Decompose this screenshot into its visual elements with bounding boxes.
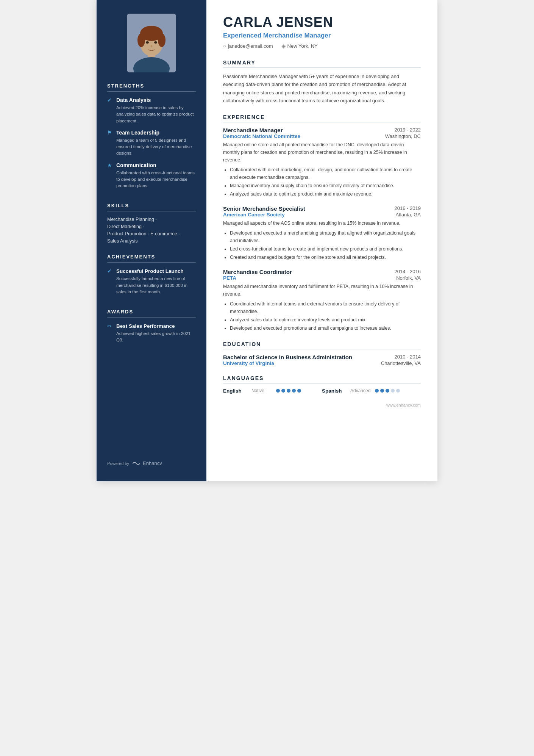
language-english: English Native xyxy=(223,388,322,394)
bullet-3-2: Analyzed sales data to optimize inventor… xyxy=(230,316,421,324)
exp-desc-1: Managed online store and all printed mer… xyxy=(223,141,421,164)
exp-dates-3: 2014 - 2016 xyxy=(395,269,421,274)
svg-point-5 xyxy=(137,33,145,47)
strengths-section: STRENGTHS ✔ Data Analysis Achieved 20% i… xyxy=(97,83,206,203)
education-entry-1: Bachelor of Science in Business Administ… xyxy=(223,354,421,366)
dot-e1 xyxy=(276,389,280,393)
lang-level-spanish: Advanced xyxy=(350,388,371,393)
education-section: EDUCATION Bachelor of Science in Busines… xyxy=(223,341,421,366)
experience-section: EXPERIENCE Merchandise Manager 2019 - 20… xyxy=(223,114,421,332)
edu-location-1: Charlottesville, VA xyxy=(381,360,421,366)
location-text: New York, NY xyxy=(287,43,318,49)
exp-desc-2: Managed all aspects of the ACS online st… xyxy=(223,219,421,227)
edu-school-1: University of Virginia xyxy=(223,360,274,366)
checkmark-icon: ✔ xyxy=(107,97,113,103)
main-footer: www.enhancv.com xyxy=(223,403,421,407)
bullet-2-3: Created and managed budgets for the onli… xyxy=(230,254,421,261)
enhancv-brand-name: Enhancv xyxy=(143,460,162,466)
achievements-section: ACHIEVEMENTS ✔ Successful Product Launch… xyxy=(97,254,206,309)
bullet-2-1: Developed and executed a merchandising s… xyxy=(230,229,421,244)
dot-e3 xyxy=(287,389,290,393)
strength-item-3: ★ Communication Collaborated with cross-… xyxy=(107,162,196,189)
skill-1: Merchandise Planning · xyxy=(107,217,196,222)
svg-point-7 xyxy=(146,41,149,44)
scissors-icon: ✂ xyxy=(107,323,113,329)
strength-item-1: ✔ Data Analysis Achieved 20% increase in… xyxy=(107,97,196,124)
enhancv-logo: Enhancv xyxy=(132,460,162,466)
main-content: CARLA JENSEN Experienced Merchandise Man… xyxy=(206,0,437,481)
lang-name-spanish: Spanish xyxy=(322,388,347,394)
achievement-check-icon: ✔ xyxy=(107,268,113,274)
strength-name-3: Communication xyxy=(116,162,156,168)
strength-desc-3: Collaborated with cross-functional teams… xyxy=(107,170,196,189)
svg-point-8 xyxy=(154,41,157,44)
sidebar: STRENGTHS ✔ Data Analysis Achieved 20% i… xyxy=(97,0,206,481)
resume-container: STRENGTHS ✔ Data Analysis Achieved 20% i… xyxy=(97,0,437,481)
summary-text: Passionate Merchandise Manager with 5+ y… xyxy=(223,72,421,105)
awards-section: AWARDS ✂ Best Sales Performance Achieved… xyxy=(97,309,206,357)
svg-point-9 xyxy=(151,45,152,47)
dot-e2 xyxy=(281,389,285,393)
bullet-2-2: Led cross-functional teams to create and… xyxy=(230,245,421,253)
sidebar-footer: Powered by Enhancv xyxy=(97,453,206,466)
location-contact: ◉ New York, NY xyxy=(281,43,318,49)
strength-name-1: Data Analysis xyxy=(116,97,151,103)
language-spanish: Spanish Advanced xyxy=(322,388,421,394)
skill-3: Product Promotion · E-commerce · xyxy=(107,231,196,236)
experience-title: EXPERIENCE xyxy=(223,114,421,122)
exp-dates-1: 2019 - 2022 xyxy=(395,127,421,133)
exp-role-1: Merchandise Manager xyxy=(223,127,283,133)
dot-s5 xyxy=(396,389,400,393)
exp-role-2: Senior Merchandise Specialist xyxy=(223,205,305,212)
languages-row: English Native Spanish Advanced xyxy=(223,388,421,394)
exp-desc-3: Managed all merchandise inventory and fu… xyxy=(223,283,421,298)
email-text: janedoe@email.com xyxy=(228,43,273,49)
skill-2: Direct Marketing · xyxy=(107,224,196,229)
contact-row: ○ janedoe@email.com ◉ New York, NY xyxy=(223,43,421,49)
achievement-name-1: Successful Product Launch xyxy=(116,268,184,274)
bullet-3-3: Developed and executed promotions and em… xyxy=(230,324,421,332)
powered-by-label: Powered by xyxy=(107,461,129,466)
exp-bullets-2: Developed and executed a merchandising s… xyxy=(223,229,421,261)
bullet-1-2: Managed inventory and supply chain to en… xyxy=(230,182,421,189)
star-icon: ★ xyxy=(107,162,113,168)
achievement-item-1: ✔ Successful Product Launch Successfully… xyxy=(107,268,196,295)
exp-location-1: Washington, DC xyxy=(385,133,421,139)
achievement-desc-1: Successfully launched a new line of merc… xyxy=(107,275,196,295)
avatar xyxy=(127,14,176,72)
enhancv-logo-icon xyxy=(132,461,141,466)
experience-entry-1: Merchandise Manager 2019 - 2022 Democrat… xyxy=(223,127,421,198)
resume-header: CARLA JENSEN Experienced Merchandise Man… xyxy=(223,14,421,49)
flag-icon: ⚑ xyxy=(107,130,113,136)
bullet-1-3: Analyzed sales data to optimize product … xyxy=(230,190,421,198)
edu-dates-1: 2010 - 2014 xyxy=(395,354,421,360)
edu-degree-1: Bachelor of Science in Business Administ… xyxy=(223,354,352,360)
exp-location-3: Norfolk, VA xyxy=(396,275,421,281)
exp-org-2: American Cancer Society xyxy=(223,212,285,218)
dot-s2 xyxy=(380,389,384,393)
exp-org-1: Democratic National Committee xyxy=(223,133,300,139)
experience-entry-3: Merchandise Coordinator 2014 - 2016 PETA… xyxy=(223,269,421,332)
dot-s1 xyxy=(375,389,379,393)
dot-e5 xyxy=(297,389,301,393)
candidate-name: CARLA JENSEN xyxy=(223,14,421,30)
svg-point-6 xyxy=(158,33,166,47)
awards-desc-1: Achieved highest sales growth in 2021 Q3… xyxy=(107,330,196,344)
exp-location-2: Atlanta, GA xyxy=(396,212,421,218)
lang-level-english: Native xyxy=(251,388,272,393)
strength-name-2: Team Leadership xyxy=(116,130,159,136)
awards-name-1: Best Sales Performance xyxy=(116,323,175,329)
strength-desc-1: Achieved 20% increase in sales by analyz… xyxy=(107,105,196,124)
dot-e4 xyxy=(292,389,296,393)
exp-bullets-3: Coordinated with internal teams and exte… xyxy=(223,300,421,332)
dot-s4 xyxy=(391,389,395,393)
strength-desc-2: Managed a team of 5 designers and ensure… xyxy=(107,137,196,157)
location-icon: ◉ xyxy=(281,43,286,49)
dot-s3 xyxy=(386,389,389,393)
bullet-1-1: Collaborated with direct marketing, emai… xyxy=(230,166,421,181)
candidate-title: Experienced Merchandise Manager xyxy=(223,32,421,39)
exp-org-3: PETA xyxy=(223,275,236,281)
lang-dots-english xyxy=(276,389,301,393)
education-title: EDUCATION xyxy=(223,341,421,349)
lang-dots-spanish xyxy=(375,389,400,393)
